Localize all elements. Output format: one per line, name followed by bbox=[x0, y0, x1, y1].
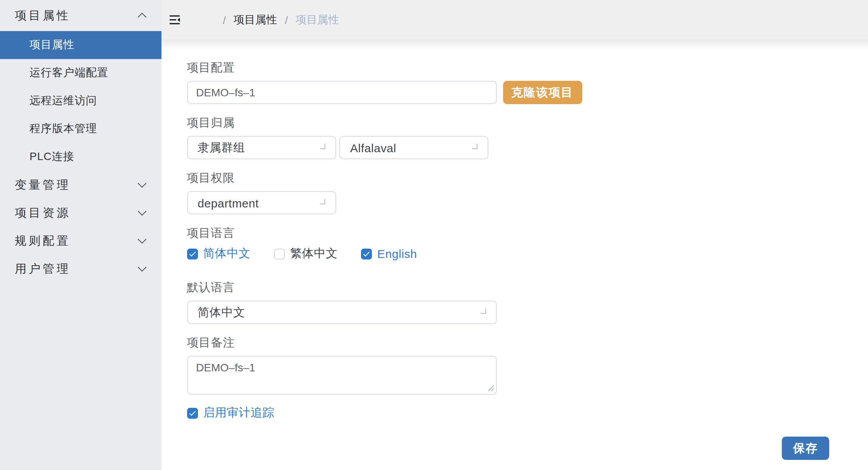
project-note-textarea[interactable]: DEMO–fs–1 bbox=[187, 356, 496, 395]
chevron-down-icon bbox=[138, 263, 147, 272]
sidebar-item-plc-connection[interactable]: PLC连接 bbox=[0, 143, 161, 171]
project-permission-row: department bbox=[187, 191, 868, 214]
breadcrumb-item-current: 项目属性 bbox=[296, 13, 339, 27]
sidebar-item-program-version-management[interactable]: 程序版本管理 bbox=[0, 115, 161, 143]
checkbox-checked[interactable] bbox=[187, 407, 198, 418]
organization-select-value: Alfalaval bbox=[350, 141, 396, 154]
chevron-down-icon bbox=[319, 199, 325, 204]
sidebar-group-variable-management[interactable]: 变量管理 bbox=[0, 171, 161, 199]
sidebar-item-label: 项目属性 bbox=[30, 38, 75, 52]
sidebar-group-label: 变量管理 bbox=[15, 178, 71, 192]
sidebar-group-label: 项目资源 bbox=[15, 205, 71, 220]
checkbox-english[interactable]: English bbox=[361, 247, 417, 260]
default-language-select-value: 简体中文 bbox=[198, 305, 245, 320]
group-type-select-value: 隶属群组 bbox=[198, 140, 245, 155]
chevron-down-icon bbox=[138, 207, 147, 216]
chevron-down-icon bbox=[480, 308, 486, 314]
sidebar-item-label: 程序版本管理 bbox=[30, 122, 97, 136]
organization-select[interactable]: Alfalaval bbox=[339, 136, 488, 159]
app-window: 项目属性 项目属性 运行客户端配置 远程运维访问 程序版本管理 PLC连接 变量… bbox=[0, 0, 868, 470]
save-button[interactable]: 保存 bbox=[782, 437, 829, 460]
checkbox-audit-trail[interactable]: 启用审计追踪 bbox=[187, 406, 274, 420]
project-language-row: 简体中文 繁体中文 English bbox=[187, 246, 868, 261]
checkbox-label: 繁体中文 bbox=[290, 246, 337, 261]
checkbox-simplified-chinese[interactable]: 简体中文 bbox=[187, 246, 250, 261]
checkbox-unchecked[interactable] bbox=[274, 248, 285, 259]
chevron-up-icon bbox=[138, 13, 147, 22]
default-language-select[interactable]: 简体中文 bbox=[187, 301, 496, 324]
checkbox-traditional-chinese[interactable]: 繁体中文 bbox=[274, 246, 337, 261]
sidebar-item-label: 运行客户端配置 bbox=[30, 66, 108, 80]
permission-select[interactable]: department bbox=[187, 191, 336, 214]
project-language-label: 项目语言 bbox=[187, 225, 868, 241]
sidebar: 项目属性 项目属性 运行客户端配置 远程运维访问 程序版本管理 PLC连接 变量… bbox=[0, 0, 161, 470]
project-name-input[interactable] bbox=[187, 81, 496, 104]
check-icon bbox=[189, 250, 196, 256]
sidebar-item-remote-ops-access[interactable]: 远程运维访问 bbox=[0, 87, 161, 115]
permission-select-value: department bbox=[198, 196, 259, 209]
checkbox-checked[interactable] bbox=[361, 248, 372, 259]
breadcrumb: / 项目属性 / 项目属性 bbox=[215, 13, 339, 27]
checkbox-label: 启用审计追踪 bbox=[203, 406, 274, 420]
sidebar-item-label: PLC连接 bbox=[30, 150, 74, 164]
sidebar-item-runtime-client-config[interactable]: 运行客户端配置 bbox=[0, 59, 161, 87]
project-note-label: 项目备注 bbox=[187, 335, 868, 350]
sidebar-group-project-resources[interactable]: 项目资源 bbox=[0, 199, 161, 227]
sidebar-group-user-management[interactable]: 用户管理 bbox=[0, 255, 161, 283]
checkbox-label: 简体中文 bbox=[203, 246, 250, 261]
main-area: / 项目属性 / 项目属性 项目配置 克隆该项目 项目归属 隶属群组 Alfal… bbox=[161, 0, 868, 470]
project-note-row: DEMO–fs–1 bbox=[187, 356, 496, 395]
breadcrumb-item[interactable]: 项目属性 bbox=[234, 13, 277, 27]
default-language-label: 默认语言 bbox=[187, 280, 868, 295]
chevron-down-icon bbox=[319, 144, 325, 149]
project-config-label: 项目配置 bbox=[187, 60, 868, 75]
check-icon bbox=[363, 250, 370, 256]
chevron-down-icon bbox=[138, 179, 147, 188]
chevron-down-icon bbox=[138, 235, 147, 244]
sidebar-group-project-properties[interactable]: 项目属性 bbox=[0, 0, 161, 31]
chevron-down-icon bbox=[472, 144, 477, 149]
sidebar-group-label: 项目属性 bbox=[15, 8, 71, 23]
breadcrumb-separator: / bbox=[223, 14, 226, 26]
sidebar-group-label: 规则配置 bbox=[15, 233, 71, 248]
checkbox-checked[interactable] bbox=[187, 248, 198, 259]
check-icon bbox=[189, 409, 196, 416]
project-permission-label: 项目权限 bbox=[187, 170, 868, 186]
menu-fold-icon[interactable] bbox=[169, 14, 180, 26]
group-type-select[interactable]: 隶属群组 bbox=[187, 136, 336, 159]
sidebar-group-rule-config[interactable]: 规则配置 bbox=[0, 227, 161, 255]
breadcrumb-separator: / bbox=[285, 14, 288, 26]
sidebar-group-label: 用户管理 bbox=[15, 261, 71, 276]
sidebar-item-label: 远程运维访问 bbox=[30, 94, 97, 108]
project-group-row: 隶属群组 Alfalaval bbox=[187, 136, 868, 159]
header-bar: / 项目属性 / 项目属性 bbox=[161, 0, 868, 40]
sidebar-item-project-properties[interactable]: 项目属性 bbox=[0, 31, 161, 59]
default-language-row: 简体中文 bbox=[187, 301, 868, 324]
audit-trail-row: 启用审计追踪 bbox=[187, 406, 868, 420]
checkbox-label: English bbox=[377, 247, 417, 260]
project-group-label: 项目归属 bbox=[187, 115, 868, 131]
project-config-row: 克隆该项目 bbox=[187, 81, 868, 104]
clone-project-button[interactable]: 克隆该项目 bbox=[503, 81, 582, 104]
form-content: 项目配置 克隆该项目 项目归属 隶属群组 Alfalaval 项目权限 d bbox=[161, 50, 868, 470]
header-shadow bbox=[161, 40, 868, 50]
resize-handle-icon[interactable] bbox=[487, 385, 494, 392]
